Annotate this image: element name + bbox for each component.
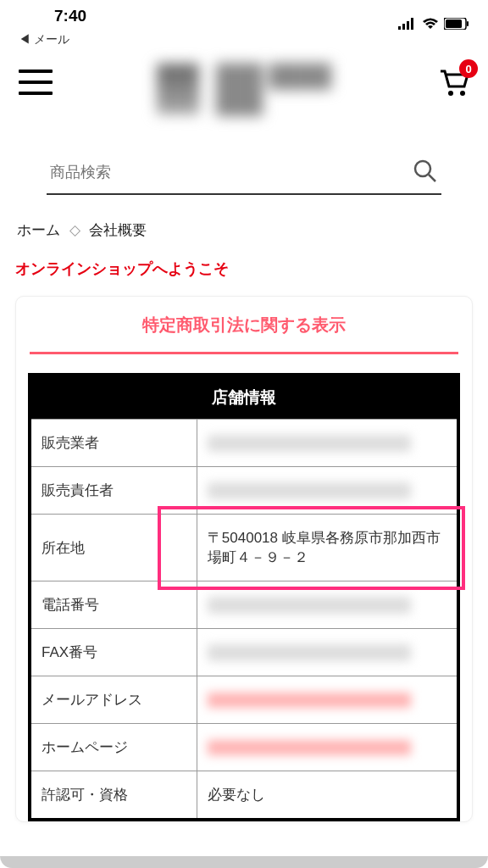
store-logo: ███ ███████	[117, 42, 371, 136]
svg-point-8	[460, 91, 465, 96]
wifi-icon	[422, 15, 439, 34]
divider	[30, 352, 458, 354]
row-value	[197, 467, 458, 515]
search-bar[interactable]	[47, 152, 441, 195]
row-label: 電話番号	[30, 581, 197, 629]
app-header: ███ ███████ 0	[0, 42, 488, 114]
svg-rect-2	[407, 21, 409, 30]
search-input[interactable]	[50, 164, 413, 181]
svg-point-7	[448, 91, 453, 96]
welcome-message: オンラインショップへようこそ	[0, 247, 488, 296]
table-row: メールアドレス	[30, 676, 458, 724]
row-label: 販売責任者	[30, 467, 197, 515]
signal-icon	[398, 15, 417, 34]
legal-info-card: 特定商取引法に関する表示 店舗情報 販売業者販売責任者所在地〒5040018 岐…	[15, 296, 473, 822]
row-label: FAX番号	[30, 629, 197, 676]
row-label: 許認可・資格	[30, 771, 197, 821]
row-label: ホームページ	[30, 724, 197, 771]
breadcrumb-home[interactable]: ホーム	[17, 222, 60, 238]
svg-rect-5	[446, 19, 462, 28]
store-info-table: 店舗情報 販売業者販売責任者所在地〒5040018 岐阜県各務原市那加西市場町４…	[28, 373, 460, 821]
breadcrumb-current: 会社概要	[89, 222, 147, 238]
home-indicator	[0, 856, 488, 868]
svg-point-9	[415, 161, 430, 176]
row-label: 所在地	[30, 515, 197, 581]
row-label: 販売業者	[30, 420, 197, 467]
table-row: 販売責任者	[30, 467, 458, 515]
row-value	[197, 724, 458, 771]
table-row: 電話番号	[30, 581, 458, 629]
hamburger-icon[interactable]	[19, 70, 53, 95]
status-bar: 7:40	[0, 0, 488, 42]
row-value	[197, 581, 458, 629]
cart-button[interactable]: 0	[437, 68, 469, 97]
row-value	[197, 629, 458, 676]
table-header: 店舗情報	[30, 375, 458, 420]
row-value	[197, 420, 458, 467]
cart-badge: 0	[459, 59, 478, 78]
row-value: 〒5040018 岐阜県各務原市那加西市場町４－９－２	[197, 515, 458, 581]
svg-line-10	[429, 175, 435, 181]
card-title: 特定商取引法に関する表示	[28, 314, 460, 352]
breadcrumb: ホーム ◇ 会社概要	[0, 210, 488, 247]
svg-rect-6	[467, 21, 469, 26]
row-label: メールアドレス	[30, 676, 197, 724]
table-row: 販売業者	[30, 420, 458, 467]
svg-rect-1	[402, 24, 405, 30]
row-value	[197, 676, 458, 724]
search-button[interactable]	[413, 159, 438, 186]
table-row: 許認可・資格必要なし	[30, 771, 458, 821]
svg-rect-0	[398, 26, 401, 30]
row-value: 必要なし	[197, 771, 458, 821]
table-row: FAX番号	[30, 629, 458, 676]
status-indicators	[398, 7, 469, 34]
table-row: 所在地〒5040018 岐阜県各務原市那加西市場町４－９－２	[30, 515, 458, 581]
search-icon	[413, 159, 438, 184]
svg-rect-3	[411, 18, 413, 30]
battery-icon	[444, 15, 469, 34]
table-row: ホームページ	[30, 724, 458, 771]
status-time: 7:40	[19, 7, 86, 25]
breadcrumb-separator: ◇	[69, 222, 80, 238]
